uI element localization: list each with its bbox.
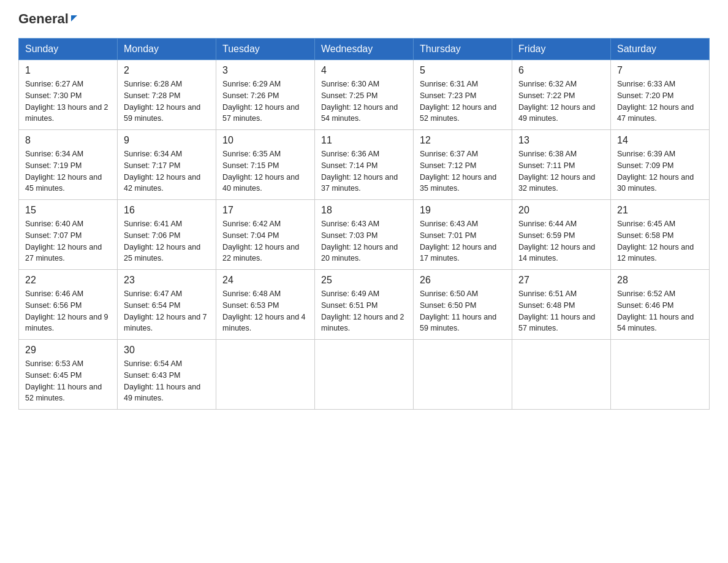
calendar-cell: 12 Sunrise: 6:37 AM Sunset: 7:12 PM Dayl… [414, 130, 512, 200]
calendar-cell [414, 340, 512, 410]
day-number: 27 [518, 275, 604, 286]
calendar-cell: 16 Sunrise: 6:41 AM Sunset: 7:06 PM Dayl… [118, 200, 216, 270]
day-info: Sunrise: 6:51 AM Sunset: 6:48 PM Dayligh… [518, 288, 604, 334]
day-info: Sunrise: 6:39 AM Sunset: 7:09 PM Dayligh… [617, 148, 703, 194]
calendar-week-row: 1 Sunrise: 6:27 AM Sunset: 7:30 PM Dayli… [19, 60, 710, 130]
day-info: Sunrise: 6:34 AM Sunset: 7:17 PM Dayligh… [124, 148, 210, 194]
calendar-cell: 17 Sunrise: 6:42 AM Sunset: 7:04 PM Dayl… [216, 200, 315, 270]
day-info: Sunrise: 6:45 AM Sunset: 6:58 PM Dayligh… [617, 218, 703, 264]
logo-text-general: General [18, 12, 69, 26]
day-info: Sunrise: 6:42 AM Sunset: 7:04 PM Dayligh… [222, 218, 308, 264]
weekday-header-wednesday: Wednesday [315, 39, 414, 60]
calendar-cell: 23 Sunrise: 6:47 AM Sunset: 6:54 PM Dayl… [118, 270, 216, 340]
calendar-cell: 7 Sunrise: 6:33 AM Sunset: 7:20 PM Dayli… [611, 60, 710, 130]
day-info: Sunrise: 6:27 AM Sunset: 7:30 PM Dayligh… [25, 79, 111, 124]
day-info: Sunrise: 6:30 AM Sunset: 7:25 PM Dayligh… [321, 79, 407, 124]
day-number: 18 [321, 205, 407, 216]
day-number: 9 [124, 135, 210, 146]
calendar-cell: 27 Sunrise: 6:51 AM Sunset: 6:48 PM Dayl… [512, 270, 611, 340]
day-number: 29 [25, 345, 111, 356]
calendar-week-row: 8 Sunrise: 6:34 AM Sunset: 7:19 PM Dayli… [19, 130, 710, 200]
day-number: 19 [420, 205, 506, 216]
day-number: 14 [617, 135, 703, 146]
day-info: Sunrise: 6:44 AM Sunset: 6:59 PM Dayligh… [518, 218, 604, 264]
calendar-cell: 22 Sunrise: 6:46 AM Sunset: 6:56 PM Dayl… [19, 270, 118, 340]
day-number: 13 [518, 135, 604, 146]
day-info: Sunrise: 6:53 AM Sunset: 6:45 PM Dayligh… [25, 358, 111, 404]
day-number: 5 [420, 65, 506, 76]
calendar-cell: 6 Sunrise: 6:32 AM Sunset: 7:22 PM Dayli… [512, 60, 611, 130]
day-info: Sunrise: 6:48 AM Sunset: 6:53 PM Dayligh… [222, 288, 308, 334]
calendar-cell: 13 Sunrise: 6:38 AM Sunset: 7:11 PM Dayl… [512, 130, 611, 200]
day-number: 2 [124, 65, 210, 76]
weekday-header-tuesday: Tuesday [216, 39, 315, 60]
day-number: 16 [124, 205, 210, 216]
day-number: 20 [518, 205, 604, 216]
day-info: Sunrise: 6:54 AM Sunset: 6:43 PM Dayligh… [124, 358, 210, 404]
calendar-cell: 10 Sunrise: 6:35 AM Sunset: 7:15 PM Dayl… [216, 130, 315, 200]
logo: General [18, 12, 77, 26]
calendar-cell [216, 340, 315, 410]
calendar-cell [512, 340, 611, 410]
day-info: Sunrise: 6:33 AM Sunset: 7:20 PM Dayligh… [617, 79, 703, 124]
calendar-cell: 4 Sunrise: 6:30 AM Sunset: 7:25 PM Dayli… [315, 60, 414, 130]
calendar-cell: 19 Sunrise: 6:43 AM Sunset: 7:01 PM Dayl… [414, 200, 512, 270]
weekday-header-monday: Monday [118, 39, 216, 60]
day-number: 6 [518, 65, 604, 76]
day-number: 22 [25, 275, 111, 286]
day-number: 10 [222, 135, 308, 146]
day-number: 1 [25, 65, 111, 76]
day-number: 4 [321, 65, 407, 76]
day-info: Sunrise: 6:40 AM Sunset: 7:07 PM Dayligh… [25, 218, 111, 264]
calendar-cell: 14 Sunrise: 6:39 AM Sunset: 7:09 PM Dayl… [611, 130, 710, 200]
calendar-cell: 15 Sunrise: 6:40 AM Sunset: 7:07 PM Dayl… [19, 200, 118, 270]
day-number: 24 [222, 275, 308, 286]
weekday-header-thursday: Thursday [414, 39, 512, 60]
day-info: Sunrise: 6:52 AM Sunset: 6:46 PM Dayligh… [617, 288, 703, 334]
day-info: Sunrise: 6:43 AM Sunset: 7:01 PM Dayligh… [420, 218, 506, 264]
day-info: Sunrise: 6:50 AM Sunset: 6:50 PM Dayligh… [420, 288, 506, 334]
calendar-cell: 28 Sunrise: 6:52 AM Sunset: 6:46 PM Dayl… [611, 270, 710, 340]
weekday-header-sunday: Sunday [19, 39, 118, 60]
day-info: Sunrise: 6:43 AM Sunset: 7:03 PM Dayligh… [321, 218, 407, 264]
weekday-header-row: SundayMondayTuesdayWednesdayThursdayFrid… [19, 39, 710, 60]
day-info: Sunrise: 6:28 AM Sunset: 7:28 PM Dayligh… [124, 79, 210, 124]
day-info: Sunrise: 6:38 AM Sunset: 7:11 PM Dayligh… [518, 148, 604, 194]
calendar-cell: 18 Sunrise: 6:43 AM Sunset: 7:03 PM Dayl… [315, 200, 414, 270]
day-number: 7 [617, 65, 703, 76]
calendar-cell: 21 Sunrise: 6:45 AM Sunset: 6:58 PM Dayl… [611, 200, 710, 270]
day-info: Sunrise: 6:34 AM Sunset: 7:19 PM Dayligh… [25, 148, 111, 194]
day-info: Sunrise: 6:37 AM Sunset: 7:12 PM Dayligh… [420, 148, 506, 194]
calendar-cell: 29 Sunrise: 6:53 AM Sunset: 6:45 PM Dayl… [19, 340, 118, 410]
calendar-cell: 1 Sunrise: 6:27 AM Sunset: 7:30 PM Dayli… [19, 60, 118, 130]
day-number: 25 [321, 275, 407, 286]
day-number: 3 [222, 65, 308, 76]
day-number: 21 [617, 205, 703, 216]
day-number: 30 [124, 345, 210, 356]
calendar-cell: 11 Sunrise: 6:36 AM Sunset: 7:14 PM Dayl… [315, 130, 414, 200]
day-number: 15 [25, 205, 111, 216]
calendar-cell [611, 340, 710, 410]
day-info: Sunrise: 6:36 AM Sunset: 7:14 PM Dayligh… [321, 148, 407, 194]
day-number: 12 [420, 135, 506, 146]
calendar-cell [315, 340, 414, 410]
day-number: 26 [420, 275, 506, 286]
day-info: Sunrise: 6:31 AM Sunset: 7:23 PM Dayligh… [420, 79, 506, 124]
day-info: Sunrise: 6:46 AM Sunset: 6:56 PM Dayligh… [25, 288, 111, 334]
calendar-cell: 5 Sunrise: 6:31 AM Sunset: 7:23 PM Dayli… [414, 60, 512, 130]
calendar-cell: 30 Sunrise: 6:54 AM Sunset: 6:43 PM Dayl… [118, 340, 216, 410]
calendar-table: SundayMondayTuesdayWednesdayThursdayFrid… [18, 38, 710, 410]
day-number: 23 [124, 275, 210, 286]
calendar-cell: 20 Sunrise: 6:44 AM Sunset: 6:59 PM Dayl… [512, 200, 611, 270]
day-info: Sunrise: 6:47 AM Sunset: 6:54 PM Dayligh… [124, 288, 210, 334]
calendar-cell: 8 Sunrise: 6:34 AM Sunset: 7:19 PM Dayli… [19, 130, 118, 200]
day-number: 8 [25, 135, 111, 146]
day-info: Sunrise: 6:35 AM Sunset: 7:15 PM Dayligh… [222, 148, 308, 194]
calendar-cell: 25 Sunrise: 6:49 AM Sunset: 6:51 PM Dayl… [315, 270, 414, 340]
day-number: 11 [321, 135, 407, 146]
calendar-week-row: 22 Sunrise: 6:46 AM Sunset: 6:56 PM Dayl… [19, 270, 710, 340]
calendar-cell: 26 Sunrise: 6:50 AM Sunset: 6:50 PM Dayl… [414, 270, 512, 340]
page-header: General [18, 12, 710, 26]
calendar-cell: 9 Sunrise: 6:34 AM Sunset: 7:17 PM Dayli… [118, 130, 216, 200]
day-info: Sunrise: 6:49 AM Sunset: 6:51 PM Dayligh… [321, 288, 407, 334]
